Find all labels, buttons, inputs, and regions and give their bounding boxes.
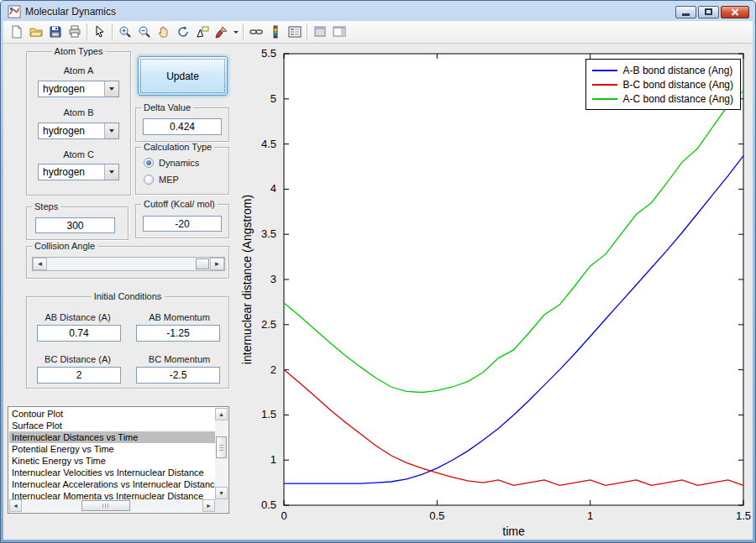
calculation-type-title: Calculation Type (141, 142, 214, 152)
ab-momentum-label: AB Momentum (129, 312, 230, 322)
zoom-out-button[interactable] (134, 23, 154, 41)
new-figure-button[interactable] (7, 23, 26, 41)
link-plot-button[interactable] (246, 23, 265, 41)
insert-legend-button[interactable] (285, 23, 304, 41)
slider-thumb[interactable] (196, 258, 209, 269)
collision-angle-slider[interactable]: ◄ ► (32, 257, 225, 271)
plot-background (284, 54, 743, 505)
hide-plot-tools-button[interactable] (310, 23, 329, 41)
data-cursor-button[interactable] (192, 23, 212, 41)
x-tick-label: 1 (587, 509, 593, 522)
y-tick-label: 4 (270, 182, 276, 195)
radio-button-icon[interactable] (144, 175, 154, 185)
main-area: Atom Types Atom A hydrogen Atom B hydrog… (3, 44, 753, 540)
insert-legend-icon (288, 25, 302, 39)
initial-conditions-title: Initial Conditions (92, 291, 165, 301)
save-figure-icon (49, 25, 62, 39)
plot-list-item[interactable]: Kinetic Energy vs Time (9, 455, 215, 467)
atom-a-value: hydrogen (43, 83, 85, 95)
steps-input[interactable] (35, 217, 115, 233)
show-plot-tools-button[interactable] (329, 23, 349, 41)
plot-list-item[interactable]: Internuclear Momenta vs Internuclear Dis… (9, 490, 215, 499)
plot-list-item[interactable]: Internuclear Velocities vs Internuclear … (9, 467, 215, 478)
slider-right-arrow-icon[interactable]: ► (210, 258, 224, 270)
chart-area[interactable]: 00.511.50.511.522.533.544.555.5timeinter… (238, 47, 752, 540)
plot-list-item[interactable]: Potential Energy vs Time (9, 443, 215, 455)
maximize-button[interactable] (698, 6, 719, 18)
insert-colorbar-button[interactable] (265, 23, 285, 41)
delta-value-input[interactable] (143, 118, 222, 135)
vertical-scroll-thumb[interactable] (216, 436, 227, 458)
atom-b-label: Atom B (27, 107, 130, 117)
save-figure-button[interactable] (45, 23, 65, 41)
y-tick-label: 1 (270, 453, 276, 466)
link-plot-icon (249, 25, 263, 39)
insert-colorbar-icon (269, 25, 282, 39)
y-tick-label: 0.5 (261, 499, 276, 511)
bc-distance-input[interactable] (37, 367, 121, 384)
chevron-down-icon[interactable] (104, 81, 118, 97)
legend-entry: B-C bond distance (Ang) (592, 77, 733, 91)
slider-track[interactable] (47, 258, 210, 270)
hide-plot-tools-icon (313, 25, 327, 39)
atom-a-dropdown[interactable]: hydrogen (38, 81, 119, 97)
atom-b-dropdown[interactable]: hydrogen (38, 123, 119, 139)
title-bar[interactable]: Molecular Dynamics (3, 3, 753, 21)
chart-legend[interactable]: A-B bond distance (Ang)B-C bond distance… (585, 59, 741, 110)
rotate-3d-button[interactable] (173, 23, 192, 41)
minimize-button[interactable] (675, 6, 696, 18)
plot-canvas[interactable]: 00.511.50.511.522.533.544.555.5timeinter… (238, 47, 752, 540)
print-figure-button[interactable] (65, 23, 84, 41)
horizontal-scrollbar[interactable]: ◄ ► (9, 499, 215, 512)
x-tick-label: 0 (281, 509, 286, 522)
calc-type-option-mep[interactable]: MEP (136, 171, 228, 188)
new-figure-icon (10, 25, 24, 39)
scroll-down-icon[interactable]: ▼ (215, 487, 228, 499)
scroll-right-icon[interactable]: ► (202, 499, 215, 512)
atom-a-label: Atom A (27, 65, 130, 76)
brush-button[interactable] (212, 23, 231, 41)
close-button[interactable] (721, 6, 749, 18)
y-tick-label: 2.5 (261, 318, 276, 331)
window-icon (8, 5, 21, 18)
scroll-up-icon[interactable]: ▲ (215, 408, 228, 420)
vertical-scrollbar[interactable]: ▲ ▼ (215, 408, 228, 499)
y-tick-label: 3.5 (261, 227, 276, 240)
legend-entry: A-C bond distance (Ang) (592, 91, 733, 106)
plot-type-listbox[interactable]: Contour PlotSurface PlotInternuclear Dis… (8, 406, 229, 514)
pan-button[interactable] (154, 23, 173, 41)
slider-left-arrow-icon[interactable]: ◄ (33, 258, 47, 270)
ab-momentum-input[interactable] (136, 325, 220, 342)
brush-dropdown-button[interactable] (231, 23, 240, 41)
radio-button-icon[interactable] (144, 158, 154, 168)
edit-plot-button[interactable] (90, 23, 109, 41)
x-tick-label: 1.5 (736, 509, 751, 522)
bc-momentum-label: BC Momentum (129, 354, 230, 364)
chevron-down-icon[interactable] (104, 164, 118, 180)
horizontal-scroll-thumb[interactable] (81, 500, 130, 511)
atom-types-title: Atom Types (52, 46, 106, 56)
atom-c-dropdown[interactable]: hydrogen (38, 164, 119, 180)
window-controls (674, 6, 749, 18)
legend-entry: A-B bond distance (Ang) (592, 63, 733, 77)
data-cursor-icon (196, 25, 209, 39)
zoom-in-button[interactable] (115, 23, 134, 41)
chevron-down-icon[interactable] (104, 123, 118, 138)
brush-icon (215, 25, 228, 39)
cutoff-input[interactable] (143, 216, 222, 232)
plot-list-item[interactable]: Contour Plot (9, 408, 215, 420)
plot-list-item[interactable]: Surface Plot (9, 420, 215, 431)
bc-momentum-input[interactable] (136, 367, 220, 384)
ab-distance-input[interactable] (37, 325, 121, 342)
plot-list-item[interactable]: Internuclear Distances vs Time (9, 431, 215, 443)
rotate-3d-icon (176, 25, 190, 39)
open-file-button[interactable] (26, 23, 45, 41)
y-tick-label: 5 (270, 92, 276, 105)
zoom-out-icon (138, 25, 151, 39)
scroll-left-icon[interactable]: ◄ (9, 499, 22, 512)
update-button[interactable]: Update (138, 56, 228, 96)
plot-list-item[interactable]: Internuclear Accelerations vs Internucle… (9, 478, 215, 490)
toolbar-separator (243, 23, 244, 40)
calc-type-option-dynamics[interactable]: Dynamics (136, 154, 228, 171)
legend-line-sample (592, 70, 617, 71)
